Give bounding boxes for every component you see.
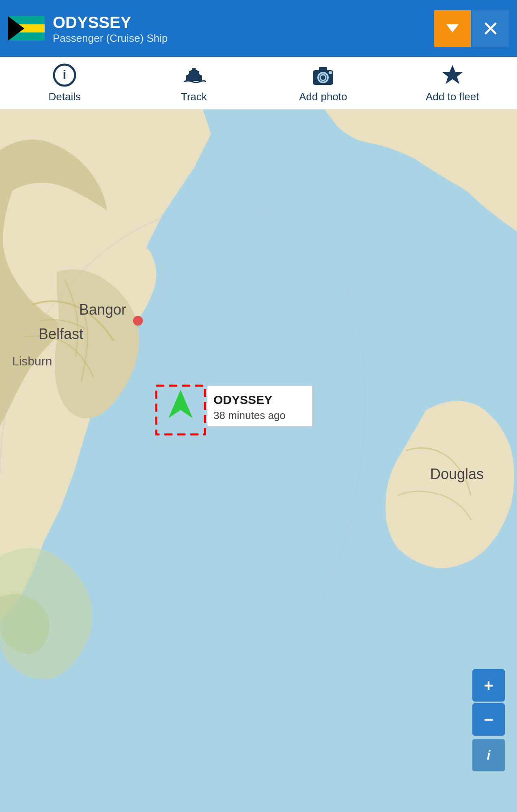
add-to-fleet-tab[interactable]: Add to fleet bbox=[388, 63, 517, 103]
svg-marker-20 bbox=[442, 65, 463, 84]
svg-text:ODYSSEY: ODYSSEY bbox=[213, 393, 272, 406]
svg-rect-18 bbox=[319, 67, 327, 71]
svg-point-19 bbox=[329, 71, 332, 74]
flag-icon bbox=[8, 16, 45, 41]
details-tab[interactable]: i Details bbox=[0, 63, 129, 103]
ship-info: ODYSSEY Passenger (Cruise) Ship bbox=[53, 13, 434, 45]
add-photo-label: Add photo bbox=[299, 91, 347, 103]
map-controls: + − i bbox=[472, 669, 505, 771]
svg-text:Bangor: Bangor bbox=[79, 301, 126, 318]
track-label: Track bbox=[181, 91, 207, 103]
svg-rect-13 bbox=[193, 70, 195, 75]
ship-name: ODYSSEY bbox=[53, 13, 434, 32]
map-info-button[interactable]: i bbox=[472, 739, 505, 771]
svg-rect-12 bbox=[189, 71, 191, 75]
zoom-in-button[interactable]: + bbox=[472, 669, 505, 702]
svg-rect-9 bbox=[186, 75, 202, 81]
close-button[interactable] bbox=[472, 10, 509, 47]
zoom-out-button[interactable]: − bbox=[472, 703, 505, 736]
details-label: Details bbox=[49, 91, 81, 103]
add-to-fleet-label: Add to fleet bbox=[426, 91, 479, 103]
svg-point-26 bbox=[133, 316, 143, 326]
ship-type: Passenger (Cruise) Ship bbox=[53, 32, 434, 45]
svg-marker-4 bbox=[446, 24, 459, 32]
svg-text:38 minutes ago: 38 minutes ago bbox=[213, 409, 286, 421]
svg-text:Douglas: Douglas bbox=[430, 466, 484, 482]
map-container[interactable]: Belfast Lisburn Bangor Douglas ODYSSEY 3… bbox=[0, 110, 517, 812]
add-photo-tab[interactable]: Add photo bbox=[258, 63, 388, 103]
svg-rect-14 bbox=[197, 71, 199, 75]
dropdown-button[interactable] bbox=[434, 10, 471, 47]
header: ODYSSEY Passenger (Cruise) Ship bbox=[0, 0, 517, 57]
track-tab[interactable]: Track bbox=[129, 63, 259, 103]
svg-text:Lisburn: Lisburn bbox=[12, 354, 52, 368]
toolbar: i Details Track Ad bbox=[0, 57, 517, 110]
svg-text:Belfast: Belfast bbox=[39, 326, 83, 342]
svg-text:i: i bbox=[63, 67, 67, 82]
